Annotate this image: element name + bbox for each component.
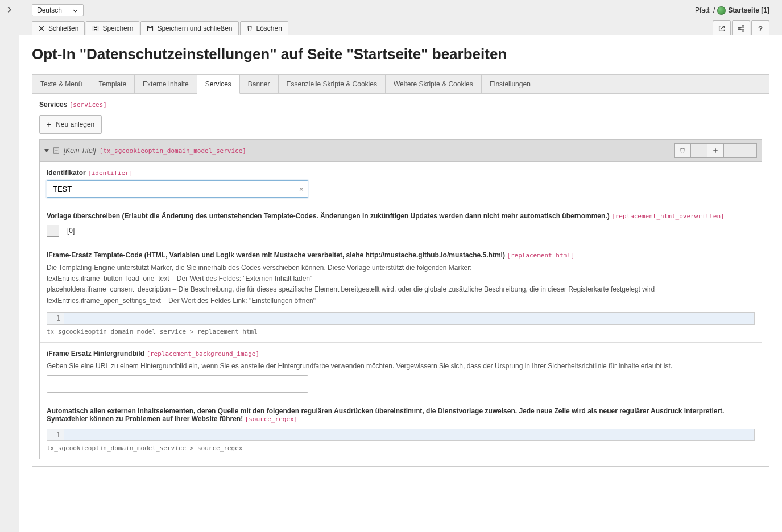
svg-point-3 [742, 26, 744, 28]
tab-panel-services: Services [services] + Neu anlegen [Kein … [32, 93, 769, 467]
language-label: Deutsch [37, 6, 62, 14]
overwrite-checkbox[interactable] [47, 225, 59, 237]
delete-button[interactable]: Löschen [240, 21, 288, 36]
tab-banner[interactable]: Banner [240, 75, 279, 93]
topbar: Deutsch Pfad: / Startseite [1] Schließen… [19, 0, 782, 35]
record-tech: [tx_sgcookieoptin_domain_model_service] [100, 147, 246, 155]
tab-essenzielle[interactable]: Essenzielle Skripte & Cookies [279, 75, 386, 93]
source-regex-path: tx_sgcookieoptin_domain_model_service > … [47, 444, 755, 452]
section-replacement-html: iFrame-Ersatz Template-Code (HTML, Varia… [40, 244, 762, 343]
collapse-toggle-icon[interactable] [44, 149, 49, 152]
create-new-button[interactable]: + Neu anlegen [39, 115, 102, 134]
breadcrumb: Pfad: / Startseite [1] [695, 6, 769, 15]
source-regex-editor[interactable]: 1 [47, 429, 755, 441]
share-button[interactable] [732, 20, 750, 36]
trash-icon [679, 147, 686, 154]
tab-bar: Texte & Menü Template Externe Inhalte Se… [32, 74, 769, 93]
page-title: Opt-In "Datenschutzeinstellungen" auf Se… [32, 45, 769, 63]
replacement-html-description: Die Templating-Engine unterstützt Marker… [47, 263, 755, 306]
plus-icon: + [47, 120, 51, 129]
svg-rect-0 [93, 26, 98, 31]
record-delete-button[interactable] [674, 143, 691, 158]
bg-image-input[interactable] [47, 375, 308, 393]
section-overwrite: Vorlage überschreiben (Erlaubt die Änder… [40, 205, 762, 244]
breadcrumb-page[interactable]: Startseite [1] [728, 6, 769, 14]
record-body: Identifikator [identifier] × Vorlage übe… [39, 162, 762, 459]
tab-einstellungen[interactable]: Einstellungen [482, 75, 539, 93]
help-button[interactable]: ? [751, 20, 769, 36]
svg-point-2 [738, 27, 740, 30]
save-close-icon [147, 25, 154, 32]
external-link-icon [718, 24, 726, 32]
record-add-button[interactable] [707, 143, 724, 158]
close-icon [38, 25, 45, 32]
code-line[interactable] [64, 313, 754, 324]
record-type-icon [52, 147, 60, 155]
section-bg-image: iFrame Ersatz Hintergrundbild [replaceme… [40, 343, 762, 400]
services-heading: Services [services] [39, 101, 762, 109]
content-area: Opt-In "Datenschutzeinstellungen" auf Se… [19, 35, 782, 532]
chevron-right-icon [6, 6, 14, 14]
bg-image-description: Geben Sie eine URL zu einem Hintergrundb… [47, 361, 755, 372]
tab-services[interactable]: Services [197, 75, 240, 94]
replacement-html-editor[interactable]: 1 [47, 312, 755, 325]
section-source-regex: Automatisch allen externen Inhaltselemen… [40, 400, 762, 459]
help-icon: ? [758, 24, 763, 33]
trash-icon [246, 25, 253, 32]
code-line[interactable] [64, 429, 754, 440]
replacement-html-path: tx_sgcookieoptin_domain_model_service > … [47, 328, 755, 335]
save-icon [92, 25, 99, 32]
language-selector[interactable]: Deutsch [32, 4, 84, 16]
close-button[interactable]: Schließen [32, 21, 85, 36]
clear-input-icon[interactable]: × [299, 185, 304, 194]
record-blank-slot-2 [723, 143, 740, 158]
globe-icon [717, 6, 726, 15]
overwrite-value: [0] [67, 227, 75, 235]
record-title: [Kein Titel] [64, 147, 96, 155]
tab-texte-menu[interactable]: Texte & Menü [32, 75, 90, 93]
record-blank-slot-1 [690, 143, 707, 158]
line-number: 1 [47, 313, 64, 324]
record-header[interactable]: [Kein Titel] [tx_sgcookieoptin_domain_mo… [39, 139, 762, 162]
line-number: 1 [47, 429, 64, 440]
chevron-down-icon [72, 7, 78, 14]
svg-point-4 [742, 30, 744, 32]
share-icon [737, 24, 745, 32]
open-external-button[interactable] [713, 20, 731, 36]
svg-rect-1 [148, 26, 153, 31]
tab-externe-inhalte[interactable]: Externe Inhalte [135, 75, 197, 93]
save-and-close-button[interactable]: Speichern und schließen [140, 21, 238, 36]
plus-icon [712, 147, 719, 154]
record-actions [675, 143, 757, 158]
section-identifier: Identifikator [identifier] × [40, 162, 762, 205]
tab-weitere[interactable]: Weitere Skripte & Cookies [386, 75, 482, 93]
identifier-input[interactable] [47, 180, 308, 198]
record-drag-handle[interactable] [740, 143, 757, 158]
collapsed-sidebar[interactable] [0, 0, 19, 532]
tab-template[interactable]: Template [90, 75, 135, 93]
save-button[interactable]: Speichern [86, 21, 139, 36]
